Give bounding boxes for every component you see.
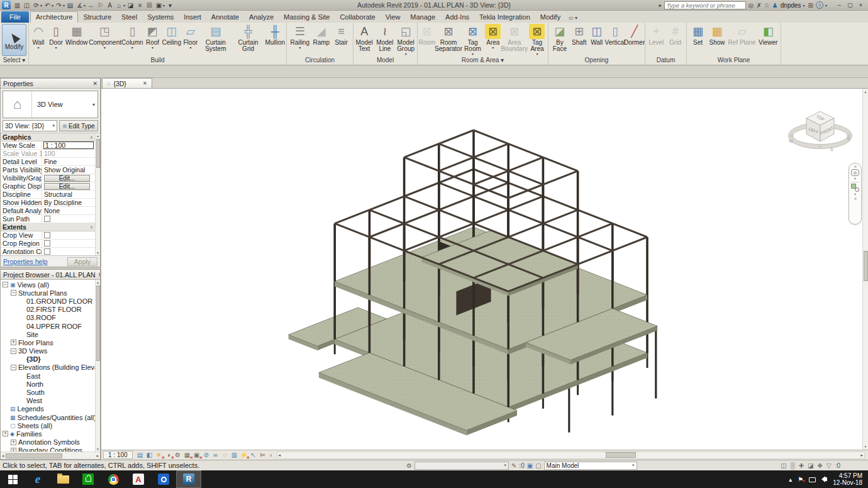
tree-item-structural-plans[interactable]: −Structural Plans bbox=[1, 289, 95, 297]
properties-help-link[interactable]: Properties help bbox=[3, 258, 48, 265]
build-mullion-button[interactable]: ╫Mullion bbox=[264, 23, 286, 57]
view-cube[interactable]: NESWTOPLEFTFRONT bbox=[784, 103, 860, 169]
taskbar-internet-explorer-button[interactable]: e bbox=[25, 470, 50, 488]
work-plane-show-button[interactable]: ▦Show bbox=[708, 23, 726, 57]
scrollbar-thumb[interactable] bbox=[6, 453, 62, 458]
tag-area-menu-caret[interactable]: ▾ bbox=[536, 52, 538, 56]
ribbon-panel-label-room-area[interactable]: Room & Area ▾ bbox=[418, 57, 548, 65]
tab-manage[interactable]: Manage bbox=[405, 11, 440, 23]
close-button[interactable]: × bbox=[855, 1, 866, 9]
build-curtain-grid-button[interactable]: ╬Curtain Grid bbox=[232, 23, 265, 57]
scroll-up-icon[interactable]: ▲ bbox=[96, 280, 99, 284]
measure-icon[interactable]: ∡ bbox=[75, 1, 84, 10]
scroll-up-icon[interactable]: ▲ bbox=[864, 90, 867, 94]
scroll-down-icon[interactable]: ▼ bbox=[96, 447, 99, 451]
properties-close-icon[interactable]: ✕ bbox=[90, 80, 97, 87]
visual-style-icon[interactable]: ◧ bbox=[145, 451, 154, 459]
ribbon-display-toggle-icon[interactable]: ▭ ▾ bbox=[569, 15, 577, 23]
property-value[interactable]: Fine bbox=[42, 158, 95, 165]
crop-view-icon[interactable]: ▦× bbox=[183, 451, 192, 459]
tree-item-03-roof[interactable]: 03.ROOF bbox=[1, 314, 95, 322]
railing-menu-caret[interactable]: ▾ bbox=[299, 46, 301, 50]
property-checkbox[interactable] bbox=[44, 216, 50, 222]
tree-item-elevations-building-elevation[interactable]: −Elevations (Building Elevation bbox=[1, 363, 95, 372]
ribbon-panel-label-opening[interactable]: Opening bbox=[548, 57, 645, 65]
scroll-down-icon[interactable]: ▼ bbox=[96, 251, 99, 255]
property-checkbox[interactable] bbox=[44, 240, 50, 247]
type-selector-caret-icon[interactable]: ▾ bbox=[92, 102, 95, 108]
tab-view[interactable]: View bbox=[381, 11, 406, 23]
redo-menu-caret[interactable]: ▾ bbox=[63, 3, 65, 8]
build-wall-button[interactable]: ◠Wall▾ bbox=[30, 23, 47, 57]
default-3d-view-icon[interactable]: ⌂ bbox=[114, 1, 124, 10]
signed-in-username[interactable]: dnpdes bbox=[781, 2, 801, 9]
tree-item-site[interactable]: Site bbox=[1, 330, 95, 338]
worksets-dropdown[interactable]: ▾ bbox=[415, 462, 509, 470]
expand-icon[interactable]: + bbox=[11, 440, 16, 445]
scroll-down-icon[interactable]: ▼ bbox=[864, 445, 867, 448]
room-area-tag-area-button[interactable]: ⊠Tag Area▾ bbox=[527, 23, 547, 57]
project-browser-close-icon[interactable]: ✕ bbox=[96, 272, 100, 278]
taskbar-start-button[interactable] bbox=[0, 470, 25, 488]
property-value[interactable]: By Discipline bbox=[42, 199, 95, 206]
taskbar-autocad-button[interactable]: A bbox=[126, 470, 151, 488]
tab-annotate[interactable]: Annotate bbox=[206, 11, 244, 23]
build-roof-button[interactable]: ◩Roof▾ bbox=[143, 23, 161, 57]
user-menu-caret[interactable]: ▾ bbox=[803, 3, 805, 8]
component-menu-caret[interactable]: ▾ bbox=[104, 46, 106, 50]
wheel-menu-caret-icon[interactable]: ▾ bbox=[854, 177, 856, 180]
taskbar-file-explorer-button[interactable] bbox=[50, 470, 75, 488]
close-hidden-windows-icon[interactable]: ☒ bbox=[145, 1, 154, 10]
opening-by-face-button[interactable]: ◪By Face bbox=[549, 23, 570, 57]
tree-item-boundary-conditions[interactable]: +Boundary Conditions bbox=[1, 446, 95, 452]
scroll-up-icon[interactable]: ▲ bbox=[96, 134, 99, 138]
tree-item-3d[interactable]: {3D} bbox=[1, 355, 95, 363]
design-options-icon[interactable]: ▢ bbox=[535, 462, 541, 469]
property-group-graphics[interactable]: Graphics« bbox=[1, 133, 95, 141]
circulation-railing-button[interactable]: ☰Railing▾ bbox=[289, 23, 310, 57]
select-underlay-elements-icon[interactable]: ▒ bbox=[791, 462, 795, 469]
text-icon[interactable]: A bbox=[105, 1, 114, 10]
taskbar-autodesk-app-button[interactable] bbox=[151, 470, 176, 488]
synchronize-with-central-menu-caret[interactable]: ▾ bbox=[40, 3, 42, 8]
tab-tekla-integration[interactable]: Tekla Integration bbox=[474, 11, 535, 23]
property-checkbox[interactable] bbox=[44, 232, 50, 238]
circulation-stair-button[interactable]: ≡Stair bbox=[333, 23, 350, 57]
tab-file[interactable]: File bbox=[1, 11, 29, 23]
restore-button[interactable]: ▢ bbox=[845, 1, 855, 9]
tag-by-category-icon[interactable]: ⚐ bbox=[96, 1, 105, 10]
build-curtain-system-button[interactable]: ▤Curtain System bbox=[199, 23, 232, 57]
room-area-tag-room-button[interactable]: ⊠Tag Room▾ bbox=[461, 23, 484, 57]
help-menu-caret[interactable]: ▾ bbox=[825, 3, 827, 8]
view-tab-3d[interactable]: ⌂ {3D} ✕ bbox=[102, 78, 152, 88]
viewport-horizontal-scrollbar[interactable]: ◂ ▸ bbox=[277, 452, 865, 459]
room-area-room-separator-button[interactable]: ⊠Room Separator bbox=[436, 23, 461, 57]
tree-item-sheets-all[interactable]: ▢Sheets (all) bbox=[1, 421, 95, 430]
scroll-left-icon[interactable]: ◂ bbox=[277, 453, 282, 458]
thin-lines-icon[interactable]: ≡ bbox=[135, 1, 145, 10]
taskbar-clock[interactable]: 4:57 PM 12-Nov-18 bbox=[833, 472, 862, 486]
ribbon-panel-label-model[interactable]: Model bbox=[353, 57, 417, 65]
tab-systems[interactable]: Systems bbox=[142, 11, 179, 23]
tag-room-menu-caret[interactable]: ▾ bbox=[472, 52, 474, 56]
default-3d-view-menu-caret[interactable]: ▾ bbox=[123, 3, 125, 8]
property-edit-button[interactable]: Edit... bbox=[44, 183, 90, 190]
opening-shaft-button[interactable]: ⊞Shaft bbox=[570, 23, 588, 57]
build-column-button[interactable]: ▯Column▾ bbox=[121, 23, 143, 57]
opening-dormer-button[interactable]: ╱Dormer bbox=[625, 23, 644, 57]
floor-menu-caret[interactable]: ▾ bbox=[189, 46, 191, 50]
network-icon[interactable] bbox=[809, 477, 816, 482]
action-center-flag-icon[interactable]: ⚑× bbox=[798, 476, 803, 483]
hide-analytical-model-icon[interactable]: ⚡× bbox=[240, 451, 248, 459]
synchronize-with-central-icon[interactable]: ⟳ bbox=[31, 1, 41, 10]
volume-icon[interactable] bbox=[821, 476, 827, 482]
edit-type-button[interactable]: ⊞ Edit Type bbox=[59, 120, 98, 131]
temporary-hide-isolate-icon[interactable]: ∞ bbox=[211, 451, 220, 459]
tree-item-views-all[interactable]: −▣Views (all) bbox=[1, 280, 95, 289]
instance-selector-dropdown[interactable]: 3D View: {3D} ▾ bbox=[3, 120, 57, 131]
full-navigation-wheel-icon[interactable] bbox=[851, 169, 859, 176]
customize-quick-access-toolbar-icon[interactable]: ▾ bbox=[165, 1, 175, 10]
property-checkbox[interactable] bbox=[44, 248, 50, 255]
show-crop-region-icon[interactable]: ▣× bbox=[192, 451, 201, 459]
tab-insert[interactable]: Insert bbox=[179, 11, 206, 23]
